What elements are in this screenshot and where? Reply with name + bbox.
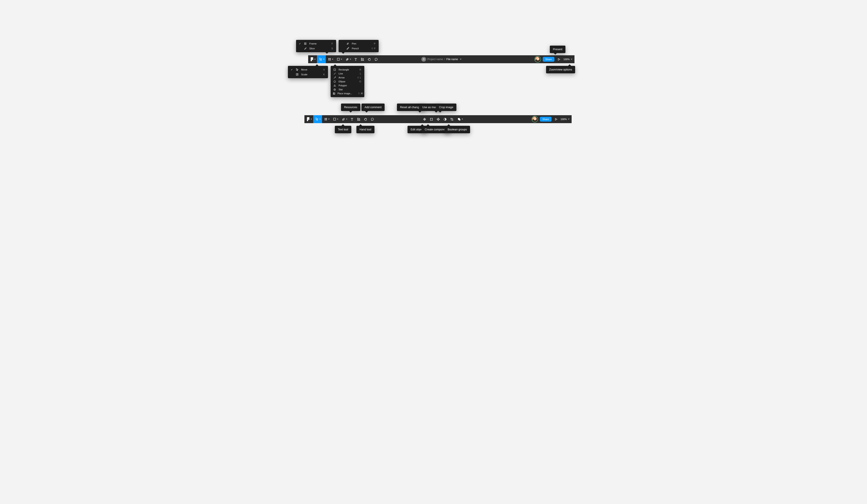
frame-tool-button[interactable] [326, 55, 335, 63]
menu-item-shortcut: F [332, 42, 333, 45]
svg-point-21 [430, 120, 431, 120]
zoom-dropdown[interactable]: 100% [560, 118, 569, 120]
svg-point-10 [334, 81, 335, 82]
pen-tool-button[interactable] [343, 55, 352, 63]
shape-menu-item-place-image[interactable]: Place image... ⇧ ⌘ K [331, 92, 364, 95]
svg-rect-25 [459, 119, 460, 120]
shape-menu-item-rectangle[interactable]: Rectangle R [331, 68, 364, 72]
move-menu-item-scale[interactable]: Scale K [288, 72, 328, 77]
zoom-level: 100% [564, 58, 570, 61]
pen-menu-item-pen[interactable]: Pen P [339, 41, 379, 46]
app-toolbar-1: Project name / File name Share 100% [308, 55, 575, 63]
shape-menu-item-star[interactable]: Star [331, 87, 364, 92]
share-button[interactable]: Share [540, 117, 552, 121]
file-name: File name [446, 58, 458, 61]
frame-menu-item-frame[interactable]: ✓ Frame F [296, 41, 336, 46]
breadcrumb[interactable]: Project name / File name [421, 57, 461, 62]
menu-item-label: Line [339, 72, 354, 75]
svg-rect-16 [357, 120, 358, 120]
pen-icon [346, 58, 349, 61]
boolean-groups-button[interactable] [455, 115, 464, 123]
cursor-icon [315, 118, 319, 121]
frame-icon [303, 42, 307, 45]
menu-item-label: Move [301, 68, 318, 71]
crop-image-tooltip: Crop image [436, 104, 457, 111]
move-tool-menu[interactable]: ✓ Move V Scale K [288, 66, 328, 78]
figma-logo-icon [307, 117, 310, 121]
zoom-level: 100% [560, 118, 567, 120]
shape-tool-button[interactable] [335, 55, 343, 63]
main-menu-button[interactable] [308, 55, 317, 63]
use-as-mask-button[interactable] [442, 115, 449, 123]
menu-item-label: Rectangle [339, 68, 354, 71]
menu-item-shortcut: R [360, 68, 361, 71]
check-icon: ✓ [290, 68, 293, 71]
frame-tool-button[interactable] [322, 115, 331, 123]
svg-rect-15 [357, 118, 358, 119]
text-tool-button[interactable] [352, 55, 359, 63]
reset-changes-button[interactable] [421, 115, 428, 123]
hand-tool-button[interactable] [366, 55, 373, 63]
resources-button[interactable] [355, 115, 362, 123]
move-menu-item-move[interactable]: ✓ Move V [288, 67, 328, 72]
cursor-icon [319, 58, 322, 61]
add-comment-tooltip: Add comment [362, 104, 385, 111]
create-component-button[interactable] [435, 115, 442, 123]
svg-rect-4 [361, 60, 362, 61]
svg-point-2 [347, 59, 348, 59]
shape-menu-item-ellipse[interactable]: Ellipse O [331, 79, 364, 84]
menu-item-shortcut: K [323, 73, 325, 76]
menu-item-label: Star [339, 88, 355, 91]
chevron-down-icon [319, 119, 321, 120]
rectangle-icon [333, 118, 336, 121]
svg-rect-18 [430, 118, 432, 120]
svg-rect-9 [334, 69, 335, 71]
hand-tool-button[interactable] [362, 115, 369, 123]
chevron-down-icon [332, 59, 333, 60]
shape-menu-item-polygon[interactable]: Polygon [331, 84, 364, 87]
text-tool-tooltip: Text tool [335, 126, 351, 133]
text-tool-button[interactable] [349, 115, 355, 123]
svg-rect-17 [359, 120, 360, 120]
rectangle-icon [337, 58, 340, 61]
share-button[interactable]: Share [543, 57, 554, 62]
figma-logo-icon [310, 57, 313, 62]
zoom-dropdown[interactable]: 100% [564, 58, 572, 61]
resources-button[interactable] [359, 55, 366, 63]
present-button[interactable] [554, 115, 558, 123]
main-menu-button[interactable] [304, 115, 313, 123]
pen-tool-menu[interactable]: Pen P Pencil ⇧ P [339, 40, 379, 52]
comment-tool-button[interactable] [373, 55, 379, 63]
menu-item-label: Frame [309, 42, 326, 45]
shape-menu-item-arrow[interactable]: Arrow ⇧ L [331, 76, 364, 79]
resources-tooltip: Resources [341, 104, 360, 111]
svg-point-0 [312, 58, 313, 60]
shape-tool-button[interactable] [331, 115, 340, 123]
app-toolbar-2: Share 100% [304, 115, 571, 123]
pen-tool-button[interactable] [340, 115, 349, 123]
pen-icon [342, 118, 345, 121]
present-button[interactable] [557, 55, 561, 63]
breadcrumb-separator: / [444, 58, 445, 61]
svg-point-6 [423, 58, 424, 59]
avatar[interactable] [532, 116, 538, 122]
menu-item-shortcut: ⇧ L [357, 76, 361, 79]
present-tooltip: Present [550, 46, 566, 53]
comment-tool-button[interactable] [369, 115, 376, 123]
shape-tool-menu[interactable]: Rectangle R Line L Arrow ⇧ L Ellipse O P… [331, 66, 364, 97]
pen-menu-item-pencil[interactable]: Pencil ⇧ P [339, 46, 379, 51]
menu-item-shortcut: O [359, 80, 361, 83]
crop-button[interactable] [449, 115, 455, 123]
shape-menu-item-line[interactable]: Line L [331, 72, 364, 76]
frame-tool-menu[interactable]: ✓ Frame F Slice S .frame-tail::after{lef… [296, 40, 336, 52]
move-tool-button[interactable] [317, 55, 326, 63]
mask-icon [443, 118, 447, 121]
frame-menu-item-slice[interactable]: Slice S [296, 46, 336, 51]
move-tool-button[interactable] [313, 115, 322, 123]
avatar[interactable] [535, 56, 540, 62]
scale-icon [296, 73, 299, 76]
svg-point-19 [430, 118, 431, 118]
edit-object-button[interactable] [428, 115, 435, 123]
menu-item-shortcut: ⇧ P [371, 47, 376, 50]
menu-item-label: Arrow [339, 76, 351, 79]
